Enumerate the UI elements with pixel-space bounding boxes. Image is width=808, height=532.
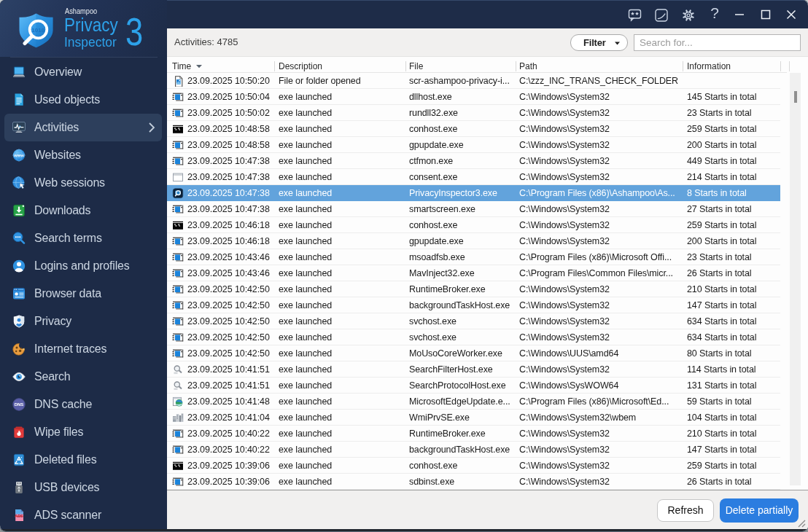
svg-text:www: www bbox=[13, 153, 24, 157]
svg-text:DNS: DNS bbox=[15, 402, 24, 407]
